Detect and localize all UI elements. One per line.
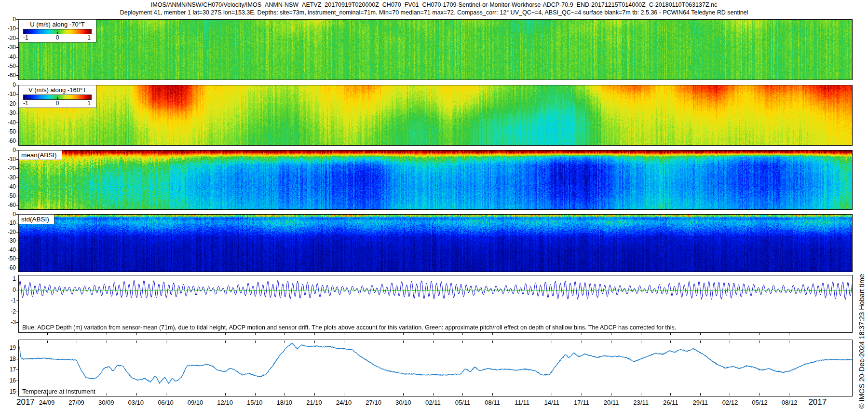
y-axis-tick [16, 381, 18, 381]
x-axis-tick [700, 393, 701, 396]
colorbar-tick-label: 1 [87, 34, 91, 41]
y-tick-label: -30 [0, 44, 16, 50]
y-axis-tick [16, 66, 18, 67]
x-axis-tick [789, 333, 789, 335]
imos-watermark: © IMOS 20-Dec-2024 18:37:23 Hobart time [858, 216, 866, 409]
x-axis-tick [136, 333, 137, 335]
y-tick-label: 1 [0, 276, 16, 282]
x-tick-label: 24/09 [39, 399, 55, 406]
y-tick-label: -30 [0, 110, 16, 116]
y-tick-label: -60 [0, 202, 16, 208]
colorbar-tick-labels: -1 0 1 [19, 34, 96, 41]
y-axis-tick [16, 232, 18, 232]
y-tick-label: 0 [0, 287, 16, 293]
x-axis-tick [760, 393, 760, 396]
colorbar-tick [85, 97, 85, 99]
x-axis-year-left: 2017 [16, 397, 35, 407]
x-tick-label: 27/10 [366, 399, 381, 406]
jet-colorbar [23, 95, 92, 100]
x-axis-tick [641, 341, 641, 343]
x-axis-tick [522, 341, 522, 343]
std-absi-heatmap [19, 215, 852, 272]
y-tick-label: -20 [0, 229, 16, 235]
colorbar-tick [57, 97, 58, 99]
x-axis-tick [107, 333, 107, 335]
x-tick-label: 05/12 [752, 399, 768, 406]
x-tick-label: 08/11 [485, 399, 500, 406]
y-tick-label: 16 [0, 378, 16, 383]
colorbar-tick [30, 32, 30, 34]
x-axis-tick [196, 341, 196, 343]
x-axis-tick [403, 341, 404, 343]
x-axis-tick [136, 341, 137, 343]
y-tick-label: -20 [0, 101, 16, 107]
colorbar-tick-labels: -1 0 1 [19, 100, 96, 107]
y-tick-label: -20 [0, 165, 16, 171]
x-tick-label: 06/10 [158, 399, 174, 406]
x-axis-tick [255, 393, 256, 396]
mean-absi-heatmap [19, 150, 852, 209]
x-axis-tick [522, 393, 522, 396]
y-axis-tick [16, 196, 18, 196]
x-axis-tick [225, 341, 226, 343]
x-axis-tick [582, 393, 582, 396]
x-axis-tick [582, 341, 582, 343]
y-tick-label: 17 [0, 367, 16, 372]
y-tick-label: -20 [0, 35, 16, 41]
y-axis-tick [16, 279, 18, 279]
x-axis-tick [760, 341, 760, 343]
x-axis-tick [77, 341, 77, 343]
x-axis-tick [730, 333, 730, 335]
x-axis-tick [107, 393, 107, 396]
u-velocity-heatmap [19, 20, 852, 80]
x-tick-label: 23/11 [633, 399, 649, 406]
x-tick-label: 30/09 [98, 399, 114, 406]
x-axis-tick [433, 341, 434, 343]
adcp-figure-page: { "header": { "title_line1": "IMOS/ANMN/… [0, 0, 868, 410]
temperature-label: Temperature at instrument [22, 388, 95, 395]
y-tick-label: -2 [0, 309, 16, 314]
y-axis-tick [16, 132, 18, 132]
x-axis-tick [166, 333, 166, 335]
x-axis-tick [285, 341, 285, 343]
x-axis-tick [374, 393, 374, 396]
panel-temperature: Temperature at instrument [18, 340, 853, 396]
colorbar-tick [57, 32, 58, 34]
x-axis-tick [166, 341, 166, 343]
x-axis-tick [196, 333, 196, 335]
y-axis-tick [16, 301, 18, 301]
jet-colorbar [23, 29, 92, 34]
x-tick-label: 12/10 [217, 399, 233, 406]
x-axis-tick [255, 333, 256, 335]
x-axis-tick [492, 341, 493, 343]
y-tick-label: -50 [0, 129, 16, 135]
x-axis-tick [47, 341, 48, 343]
y-tick-label: 0 [0, 147, 16, 153]
y-tick-label: -50 [0, 63, 16, 69]
x-tick-label: 17/11 [574, 399, 589, 406]
depth-variation-caption: Blue: ADCP Depth (m) variation from sens… [22, 324, 676, 331]
y-axis-tick [16, 268, 18, 268]
x-axis-tick [314, 393, 315, 396]
x-axis-tick [730, 341, 730, 343]
x-axis-tick [611, 333, 611, 335]
x-axis-tick [403, 393, 404, 396]
v-velocity-legend: V (m/s) along -160°T -1 0 1 [18, 85, 96, 108]
x-axis-tick [403, 333, 404, 335]
x-axis-tick [107, 341, 107, 343]
y-axis-tick [16, 392, 18, 392]
x-axis-tick [47, 333, 48, 335]
x-axis-tick [462, 333, 463, 335]
y-axis-tick [16, 241, 18, 241]
x-axis-tick [344, 393, 344, 396]
colorbar-tick [85, 32, 85, 34]
x-axis-tick [196, 393, 196, 396]
y-axis-tick [16, 141, 18, 141]
y-axis-tick [16, 369, 18, 370]
y-tick-label: -60 [0, 138, 16, 144]
x-axis-tick [314, 333, 315, 335]
y-tick-label: -10 [0, 156, 16, 162]
x-axis-tick [462, 341, 463, 343]
x-axis-tick [433, 333, 434, 335]
x-tick-label: 26/11 [663, 399, 678, 406]
